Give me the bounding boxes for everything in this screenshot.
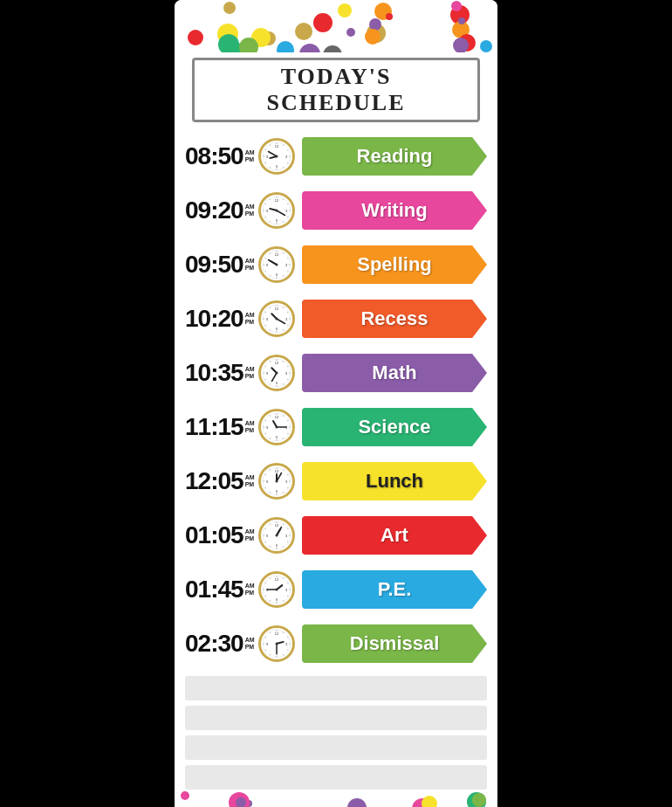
am-pm: AM PM (245, 583, 255, 597)
poster: TODAY'S SCHEDULE 08:50 AM PM 12 3 6 9 (175, 0, 497, 807)
time-section: 12:05 AM PM 12 3 6 9 (185, 463, 298, 500)
time-text: 11:15 (185, 413, 243, 441)
time-text: 02:30 (185, 630, 243, 658)
confetti-top (175, 0, 497, 52)
confetti-dot (422, 796, 437, 807)
schedule-row: 10:35 AM PM 12 3 6 9 Math (185, 348, 487, 398)
am-pm: AM PM (245, 149, 255, 164)
time-text: 10:35 (185, 359, 243, 387)
am-pm: AM PM (245, 637, 255, 652)
svg-point-59 (275, 264, 278, 266)
subject-banner: Writing (302, 191, 487, 230)
subject-label: Math (372, 362, 416, 384)
confetti-dot (346, 28, 355, 37)
svg-text:12: 12 (274, 144, 278, 148)
confetti-dot (453, 38, 469, 52)
am-pm: AM PM (245, 474, 255, 489)
time-section: 02:30 AM PM 12 3 6 9 (185, 625, 298, 662)
svg-point-199 (275, 643, 278, 645)
time-text: 09:50 (185, 251, 243, 279)
am-pm: AM PM (245, 258, 255, 272)
clock-icon: 12 3 6 9 (258, 571, 295, 608)
title-banner: TODAY'S SCHEDULE (192, 58, 480, 122)
subject-banner: Science (302, 408, 487, 446)
clock-icon: 12 3 6 9 (258, 138, 295, 175)
svg-text:12: 12 (274, 198, 278, 203)
subject-label: Science (358, 416, 430, 438)
subject-banner: Math (302, 354, 487, 392)
time-section: 10:35 AM PM 12 3 6 9 (185, 355, 298, 391)
clock-icon: 12 3 6 9 (258, 246, 295, 283)
svg-point-19 (275, 155, 278, 158)
svg-point-139 (275, 480, 278, 483)
time-section: 08:50 AM PM 12 3 6 9 (185, 138, 298, 175)
schedule-row: 01:05 AM PM 12 3 6 9 Art (185, 510, 487, 561)
time-section: 09:50 AM PM 12 3 6 9 (185, 246, 298, 283)
svg-point-99 (275, 372, 278, 375)
subject-banner: Dismissal (302, 624, 487, 663)
time-text: 01:05 (185, 521, 243, 549)
svg-point-159 (275, 535, 278, 537)
svg-text:12: 12 (274, 631, 278, 636)
time-text: 08:50 (185, 142, 243, 170)
confetti-dot (365, 29, 381, 45)
svg-text:12: 12 (274, 252, 278, 257)
confetti-dot (338, 3, 352, 17)
confetti-dot (218, 34, 239, 52)
svg-text:12: 12 (274, 307, 278, 311)
subject-banner: P.E. (302, 570, 487, 609)
am-pm: AM PM (245, 203, 255, 218)
svg-text:12: 12 (274, 415, 278, 419)
am-pm: AM PM (245, 528, 255, 543)
schedule-row: 02:30 AM PM 12 3 6 9 Dismissal (185, 618, 487, 669)
confetti-dot (239, 38, 258, 52)
time-text: 01:45 (185, 576, 243, 604)
svg-text:12: 12 (274, 523, 278, 528)
clock-icon: 12 3 6 9 (258, 625, 295, 662)
confetti-dot (313, 13, 333, 32)
svg-text:12: 12 (274, 577, 278, 582)
am-pm: AM PM (245, 420, 255, 435)
confetti-dot (223, 2, 236, 14)
time-text: 09:20 (185, 197, 243, 224)
confetti-dot (181, 791, 189, 800)
time-text: 12:05 (185, 467, 243, 495)
schedule-row: 09:50 AM PM 12 3 6 9 Spelling (185, 239, 487, 290)
subject-banner: Recess (302, 300, 487, 338)
confetti-dot (299, 44, 320, 52)
clock-icon: 12 3 6 9 (258, 517, 295, 554)
schedule-row: 01:45 AM PM 12 3 6 9 P.E. (185, 564, 487, 615)
am-pm: AM PM (245, 312, 255, 327)
clock-icon: 12 3 6 9 (258, 192, 295, 229)
subject-banner: Spelling (302, 245, 487, 284)
subject-label: Writing (361, 199, 427, 222)
time-section: 09:20 AM PM 12 3 6 9 (185, 192, 298, 229)
time-section: 01:05 AM PM 12 3 6 9 (185, 517, 298, 554)
confetti-dot (277, 41, 294, 52)
subject-banner: Lunch (302, 462, 487, 500)
confetti-dot (386, 13, 393, 20)
empty-schedule-row (185, 706, 487, 730)
confetti-dot (480, 40, 492, 52)
schedule-row: 09:20 AM PM 12 3 6 9 Writing (185, 185, 487, 236)
empty-schedule-row (185, 676, 487, 700)
clock-icon: 12 3 6 9 (258, 355, 295, 391)
clock-icon: 12 3 6 9 (258, 463, 295, 500)
svg-point-119 (275, 426, 278, 429)
subject-banner: Art (302, 516, 487, 555)
schedule-row: 08:50 AM PM 12 3 6 9 Reading (185, 131, 487, 182)
schedule-row: 11:15 AM PM 12 3 6 9 Science (185, 402, 487, 452)
confetti-dot (323, 45, 342, 52)
page-title: TODAY'S SCHEDULE (266, 64, 405, 115)
schedule-row: 10:20 AM PM 12 3 6 9 Recess (185, 293, 487, 344)
subject-label: Lunch (366, 470, 423, 493)
confetti-dot (451, 1, 462, 11)
confetti-dot (347, 798, 367, 807)
clock-icon: 12 3 6 9 (258, 300, 295, 337)
time-section: 10:20 AM PM 12 3 6 9 (185, 300, 298, 337)
time-section: 11:15 AM PM 12 3 6 9 (185, 409, 298, 445)
svg-point-79 (275, 318, 278, 321)
confetti-dot (188, 30, 203, 45)
svg-point-179 (275, 589, 278, 591)
svg-point-39 (275, 210, 278, 212)
